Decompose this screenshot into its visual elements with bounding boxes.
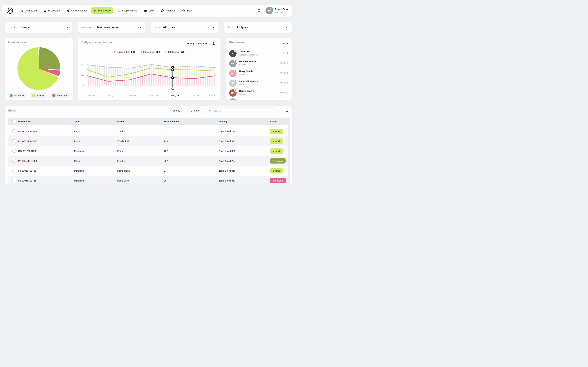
export-table-button[interactable] (284, 107, 290, 114)
table-row[interactable]: PN-00544371908 Parts Emblem 567 Zone 3, … (8, 156, 289, 166)
cell-placing: Zone 3, cell 254 (218, 156, 235, 166)
staff-icon (182, 9, 185, 12)
cell-total-balance: 126 (164, 136, 168, 146)
employee-row[interactable]: JS James Summers Loader Working (229, 79, 289, 87)
row-checkbox[interactable] (12, 159, 16, 163)
hover-marker (172, 69, 174, 71)
status-badge: Almost out (270, 178, 286, 183)
filter-button[interactable]: Filter (187, 107, 202, 114)
employee-name: James Summers (239, 80, 258, 83)
table-row[interactable]: PN-00024581903 Parts Trunk lid 83 Zone 3… (8, 126, 289, 136)
x-tick-label: Tue, 18 (129, 94, 137, 97)
employee-status-dot (234, 60, 237, 62)
column-header-total-balance: Total balance (164, 118, 179, 125)
row-checkbox[interactable] (12, 179, 16, 183)
hover-marker (172, 66, 174, 68)
cell-name: Windshield (117, 136, 129, 146)
employee-row[interactable]: HS Harry Smith Loader Working (229, 69, 289, 77)
cell-type: Parts (74, 126, 80, 136)
legend-dot (165, 51, 167, 53)
filter-items[interactable]: Items:All types (224, 22, 292, 33)
table-row[interactable]: FT-00065481765 Materials Paint, black 87… (8, 166, 289, 176)
employee-status: Working (280, 91, 288, 94)
employee-status: Working (280, 72, 288, 74)
nav-menu: DashboardProductionQuality controlWareho… (17, 7, 194, 14)
filter-location[interactable]: Location:France (5, 22, 72, 33)
table-row[interactable]: FT-00065481766 Materials Paint, white 26… (8, 176, 289, 184)
filter-icon (190, 109, 193, 112)
employee-row[interactable]: HB Henry Brown Loader Working (229, 89, 289, 97)
search-input[interactable] (213, 109, 276, 112)
employee-role: Loader (239, 64, 246, 66)
employee-row[interactable]: JD John Doe Warehouse manager Break (229, 49, 289, 58)
nav-item-warehouse[interactable]: Warehouse (91, 7, 113, 14)
nav-item-staff[interactable]: Staff (180, 7, 194, 14)
cell-total-balance: 567 (164, 156, 168, 166)
filter-bar: Location:FranceWarehouse:Main warehouseZ… (5, 22, 292, 33)
x-tick-label: Thu, 20 (171, 94, 179, 97)
capacity-legend-item: Total items:550 (165, 51, 184, 53)
search-icon (209, 109, 212, 112)
table-header: Batch codeTypeNameTotal balancePlacingSt… (8, 118, 289, 125)
employee-role: Loader (239, 73, 246, 76)
export-chart-button[interactable] (210, 40, 217, 47)
sort-by-button[interactable]: Sort by (165, 107, 183, 114)
chevron-down-icon (286, 27, 288, 28)
online-status-dot (270, 7, 273, 9)
row-checkbox[interactable] (12, 149, 16, 153)
warehouse-icon (94, 9, 97, 12)
app-logo-icon[interactable] (6, 7, 13, 14)
employees-title: Employees (229, 41, 244, 44)
search-icon[interactable] (257, 9, 261, 13)
employee-role: Loader (239, 83, 246, 86)
nav-item-crm[interactable]: CRM (141, 7, 157, 14)
nav-item-supply-chains[interactable]: Supply chains (115, 7, 140, 14)
table-row[interactable]: RO-00126581385 Materials Primer 162 Zone… (8, 146, 289, 156)
dashboard-icon (20, 9, 23, 12)
employee-row[interactable]: MA Michael Adams Loader Working (229, 59, 289, 68)
legend-chip-overstock[interactable]: Overstock (8, 93, 27, 98)
cell-total-balance: 87 (164, 166, 166, 176)
filter-zone[interactable]: Zone:All zones (151, 22, 219, 33)
x-tick-label: Mon, 17 (108, 94, 116, 97)
nav-item-production[interactable]: Production (41, 7, 62, 14)
legend-chip-in-stock[interactable]: In stock (30, 93, 47, 98)
row-checkbox[interactable] (12, 129, 16, 133)
nav-item-finances[interactable]: Finances (158, 7, 178, 14)
nav-item-dashboard[interactable]: Dashboard (17, 7, 39, 14)
stock-pie-chart[interactable] (17, 47, 60, 90)
cell-name: Primer (117, 146, 124, 156)
cell-type: Materials (74, 176, 84, 184)
date-range-select[interactable]: 16 May - 22 May (184, 40, 210, 47)
cell-total-balance: 83 (164, 126, 166, 136)
quality-icon (67, 9, 70, 12)
employees-filter-select[interactable]: All (280, 40, 291, 47)
pie-legend: OverstockIn stockAlmost out (5, 93, 73, 98)
employee-role: Warehouse manager (239, 54, 259, 56)
filter-warehouse[interactable]: Warehouse:Main warehouse (78, 22, 146, 33)
avatar: MA (229, 60, 237, 67)
items-in-stock-title: Items in stock (8, 41, 27, 44)
user-menu[interactable]: BD Bryan Doe Manager (266, 7, 288, 14)
employee-name: John Doe (239, 50, 250, 53)
export-icon (285, 109, 289, 112)
export-icon (212, 42, 215, 45)
x-tick-label: Sun, 16 (87, 94, 95, 97)
row-checkbox[interactable] (12, 139, 16, 143)
table-row[interactable]: PN-00034481907 Parts Windshield 126 Zone… (8, 136, 289, 146)
cell-type: Materials (74, 146, 84, 156)
items-in-stock-card: Items in stock OverstockIn stockAlmost o… (5, 38, 73, 100)
cell-batch-code: FT-00065481766 (18, 176, 36, 184)
cell-batch-code: RO-00126581385 (18, 146, 37, 156)
nav-item-quality-control[interactable]: Quality control (64, 7, 89, 14)
select-all-checkbox[interactable] (12, 120, 16, 123)
hover-marker (172, 77, 174, 79)
legend-dot (141, 51, 142, 53)
row-checkbox[interactable] (12, 169, 16, 173)
table-scrollbar[interactable] (288, 118, 290, 184)
legend-chip-almost-out[interactable]: Almost out (50, 93, 69, 98)
daily-capacity-title: Daily capacity change (81, 41, 112, 44)
capacity-line-chart[interactable]: 6003000Sun, 16Mon, 17Tue, 18Wed, 19Thu, … (78, 61, 221, 100)
employee-name: Harry Smith (239, 70, 253, 73)
capacity-legend-item: Outbounded:290 (114, 51, 135, 53)
